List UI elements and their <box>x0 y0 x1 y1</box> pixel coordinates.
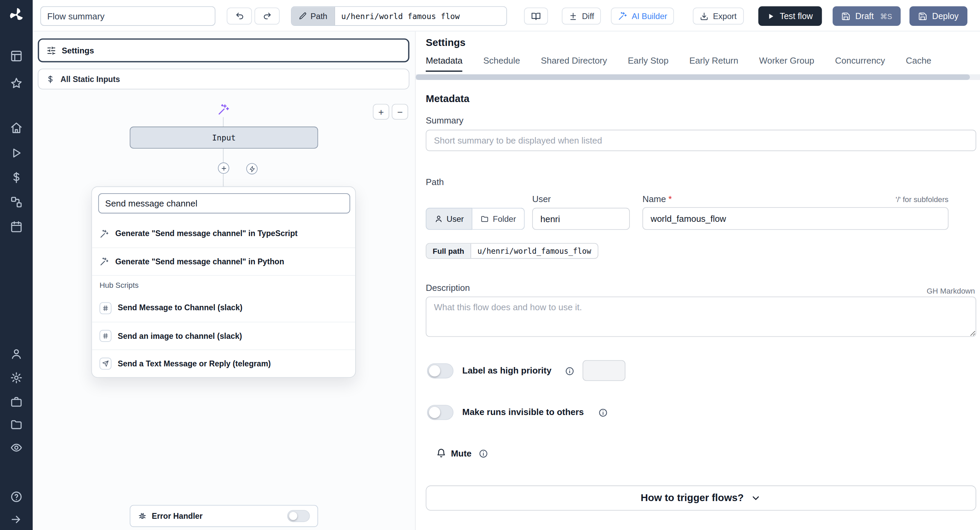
description-textarea[interactable] <box>426 297 976 337</box>
input-node[interactable]: Input <box>130 127 318 149</box>
tab-schedule[interactable]: Schedule <box>483 56 520 72</box>
flow-canvas[interactable]: Settings All Static Inputs Input + − <box>33 32 415 530</box>
undo-icon <box>234 11 244 21</box>
search-result-generate-typescript[interactable]: Generate "Send message channel" in TypeS… <box>92 220 355 247</box>
search-result-label: Send Message to Channel (slack) <box>118 303 242 312</box>
sidebar <box>0 0 33 530</box>
zoom-in-button[interactable]: + <box>373 104 389 119</box>
telegram-plane-icon <box>99 357 111 370</box>
dollar-icon <box>46 75 55 83</box>
sliders-icon <box>47 46 56 55</box>
required-asterisk: * <box>668 194 672 204</box>
user-icon <box>434 215 443 223</box>
search-result-slack-image[interactable]: Send an image to channel (slack) <box>92 322 355 349</box>
docs-button[interactable] <box>524 8 548 24</box>
home-icon[interactable] <box>10 121 23 134</box>
error-handler-label: Error Handler <box>152 512 202 520</box>
draft-button[interactable]: Draft ⌘S <box>833 6 901 26</box>
error-handler-toggle[interactable] <box>287 510 310 522</box>
search-result-label: Generate "Send message channel" in Pytho… <box>115 257 284 266</box>
step-search-input[interactable] <box>98 193 350 213</box>
windmill-flow-editor: Path Diff AI Builder Export Test <box>0 0 980 530</box>
info-icon[interactable] <box>479 449 488 459</box>
download-icon <box>700 11 708 21</box>
workflow-icon[interactable] <box>10 196 23 208</box>
full-path-chip: Full path <box>426 244 471 258</box>
topbar: Path Diff AI Builder Export Test <box>33 0 980 32</box>
name-field-label: Name * <box>643 194 672 204</box>
user-input[interactable] <box>532 208 630 230</box>
redo-button[interactable] <box>255 8 280 24</box>
test-flow-button[interactable]: Test flow <box>758 6 821 26</box>
owner-kind-folder-button[interactable]: Folder <box>473 208 525 230</box>
deploy-button[interactable]: Deploy <box>910 6 967 26</box>
user-icon[interactable] <box>10 348 23 360</box>
trigger-bolt-button[interactable] <box>247 163 258 174</box>
diff-button[interactable]: Diff <box>562 8 601 24</box>
search-result-generate-python[interactable]: Generate "Send message channel" in Pytho… <box>92 247 355 275</box>
plus-icon <box>220 165 227 171</box>
name-input[interactable] <box>643 207 949 230</box>
how-to-trigger-button[interactable]: How to trigger flows? <box>426 486 976 511</box>
tab-early-stop[interactable]: Early Stop <box>628 56 669 72</box>
add-step-button[interactable] <box>218 163 229 174</box>
flow-settings-node[interactable]: Settings <box>38 38 409 62</box>
search-result-slack-message[interactable]: Send Message to Channel (slack) <box>92 294 355 322</box>
tab-early-return[interactable]: Early Return <box>689 56 738 72</box>
diff-label: Diff <box>582 11 594 21</box>
flow-summary-input[interactable] <box>40 6 215 26</box>
tabs-scrollbar-thumb[interactable] <box>416 74 970 80</box>
settings-panel: Settings Metadata Schedule Shared Direct… <box>416 32 980 530</box>
tab-metadata[interactable]: Metadata <box>426 56 463 72</box>
info-icon[interactable] <box>598 408 608 417</box>
bolt-icon <box>248 165 255 172</box>
windmill-logo[interactable] <box>8 6 25 24</box>
priority-value-input[interactable] <box>582 360 625 381</box>
path-control: Path <box>291 6 507 26</box>
edit-path-button[interactable]: Path <box>292 7 335 25</box>
draft-label: Draft <box>856 11 874 21</box>
star-icon[interactable] <box>10 77 23 89</box>
path-chip-label: Path <box>310 11 327 21</box>
bug-icon <box>138 512 147 520</box>
markdown-hint: GH Markdown <box>927 286 975 295</box>
apps-grid-icon[interactable] <box>10 50 23 62</box>
expand-sidebar-arrow-icon[interactable] <box>10 513 23 525</box>
folders-icon[interactable] <box>10 418 23 431</box>
zoom-out-button[interactable]: − <box>392 104 408 119</box>
path-input[interactable] <box>335 7 506 25</box>
error-handler-node[interactable]: Error Handler <box>130 505 318 527</box>
tab-worker-group[interactable]: Worker Group <box>759 56 814 72</box>
runs-play-icon[interactable] <box>10 147 23 159</box>
info-icon[interactable] <box>565 367 574 376</box>
invisible-runs-toggle[interactable] <box>427 405 453 420</box>
flow-settings-label: Settings <box>62 46 94 55</box>
user-field-label: User <box>532 194 551 204</box>
priority-toggle[interactable] <box>427 363 453 378</box>
settings-title: Settings <box>426 37 466 48</box>
tab-cache[interactable]: Cache <box>906 56 931 72</box>
settings-gear-icon[interactable] <box>10 371 23 384</box>
audit-eye-icon[interactable] <box>10 441 23 454</box>
undo-button[interactable] <box>227 8 252 24</box>
schedules-calendar-icon[interactable] <box>10 221 23 233</box>
slack-hash-icon <box>99 302 111 314</box>
owner-kind-user-button[interactable]: User <box>426 208 473 230</box>
tab-concurrency[interactable]: Concurrency <box>835 56 885 72</box>
summary-input[interactable] <box>426 130 976 151</box>
export-button[interactable]: Export <box>693 8 743 24</box>
variables-dollar-icon[interactable] <box>10 171 23 184</box>
step-search-popup: Generate "Send message channel" in TypeS… <box>91 186 356 378</box>
tab-shared-directory[interactable]: Shared Directory <box>541 56 607 72</box>
settings-tabs: Metadata Schedule Shared Directory Early… <box>426 56 931 72</box>
subfolder-hint: '/' for subfolders <box>896 195 948 204</box>
bell-icon <box>436 447 447 458</box>
help-icon[interactable] <box>10 490 23 503</box>
search-result-telegram-message[interactable]: Send a Text Message or Reply (telegram) <box>92 349 355 377</box>
static-inputs-node[interactable]: All Static Inputs <box>38 69 409 89</box>
deploy-label: Deploy <box>932 11 959 21</box>
export-label: Export <box>713 11 737 21</box>
workers-briefcase-icon[interactable] <box>10 395 23 408</box>
ai-wand-icon[interactable] <box>218 103 230 116</box>
ai-builder-button[interactable]: AI Builder <box>611 8 674 24</box>
